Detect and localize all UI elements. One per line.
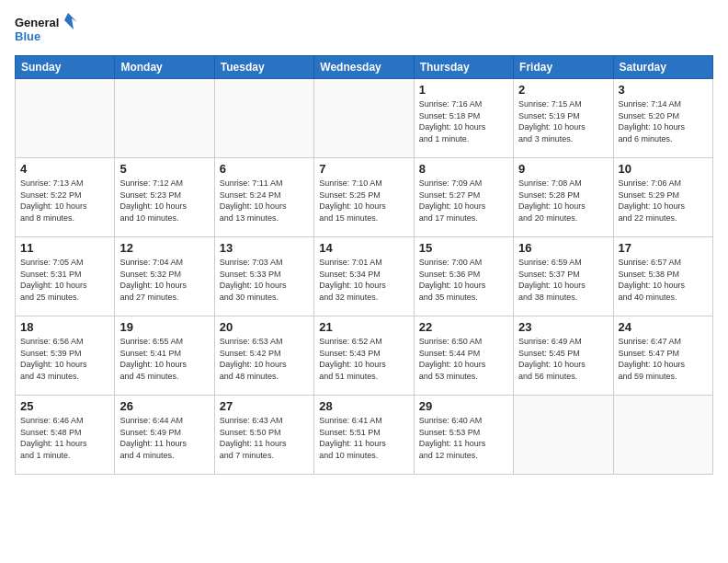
- day-info: Sunrise: 6:56 AM Sunset: 5:39 PM Dayligh…: [20, 336, 109, 382]
- calendar-header-cell: Tuesday: [214, 56, 313, 79]
- day-info: Sunrise: 7:16 AM Sunset: 5:18 PM Dayligh…: [419, 98, 508, 144]
- calendar-cell: 16Sunrise: 6:59 AM Sunset: 5:37 PM Dayli…: [514, 237, 613, 316]
- day-number: 26: [119, 399, 209, 413]
- calendar-week-row: 1Sunrise: 7:16 AM Sunset: 5:18 PM Daylig…: [16, 79, 713, 158]
- day-number: 3: [619, 83, 708, 97]
- day-info: Sunrise: 7:13 AM Sunset: 5:22 PM Dayligh…: [20, 178, 109, 224]
- calendar-cell: 11Sunrise: 7:05 AM Sunset: 5:31 PM Dayli…: [16, 237, 115, 316]
- calendar-cell: 9Sunrise: 7:08 AM Sunset: 5:28 PM Daylig…: [514, 158, 613, 237]
- day-number: 2: [518, 83, 608, 97]
- calendar-cell: [16, 79, 115, 158]
- calendar-cell: 25Sunrise: 6:46 AM Sunset: 5:48 PM Dayli…: [16, 396, 115, 475]
- calendar-cell: 18Sunrise: 6:56 AM Sunset: 5:39 PM Dayli…: [16, 316, 115, 396]
- day-number: 9: [518, 162, 608, 176]
- day-info: Sunrise: 6:59 AM Sunset: 5:37 PM Dayligh…: [518, 257, 608, 303]
- calendar-cell: 22Sunrise: 6:50 AM Sunset: 5:44 PM Dayli…: [414, 316, 513, 396]
- calendar-cell: 21Sunrise: 6:52 AM Sunset: 5:43 PM Dayli…: [314, 316, 414, 396]
- day-number: 13: [220, 241, 309, 255]
- day-number: 24: [619, 320, 708, 334]
- day-number: 7: [319, 162, 408, 176]
- calendar-cell: 1Sunrise: 7:16 AM Sunset: 5:18 PM Daylig…: [414, 79, 513, 158]
- calendar-cell: [514, 396, 613, 475]
- day-number: 1: [419, 83, 508, 97]
- day-number: 17: [619, 241, 708, 255]
- day-info: Sunrise: 6:44 AM Sunset: 5:49 PM Dayligh…: [119, 415, 209, 461]
- day-info: Sunrise: 7:00 AM Sunset: 5:36 PM Dayligh…: [419, 257, 508, 303]
- calendar-cell: 2Sunrise: 7:15 AM Sunset: 5:19 PM Daylig…: [514, 79, 613, 158]
- calendar-cell: 12Sunrise: 7:04 AM Sunset: 5:32 PM Dayli…: [115, 237, 214, 316]
- day-info: Sunrise: 7:15 AM Sunset: 5:19 PM Dayligh…: [518, 98, 608, 144]
- day-info: Sunrise: 7:11 AM Sunset: 5:24 PM Dayligh…: [220, 178, 309, 224]
- calendar-cell: 3Sunrise: 7:14 AM Sunset: 5:20 PM Daylig…: [613, 79, 712, 158]
- day-info: Sunrise: 6:47 AM Sunset: 5:47 PM Dayligh…: [619, 336, 708, 382]
- day-info: Sunrise: 6:40 AM Sunset: 5:53 PM Dayligh…: [419, 415, 508, 461]
- calendar-cell: 14Sunrise: 7:01 AM Sunset: 5:34 PM Dayli…: [314, 237, 414, 316]
- day-info: Sunrise: 7:06 AM Sunset: 5:29 PM Dayligh…: [619, 178, 708, 224]
- day-number: 22: [419, 320, 508, 334]
- calendar-cell: 17Sunrise: 6:57 AM Sunset: 5:38 PM Dayli…: [613, 237, 712, 316]
- day-info: Sunrise: 6:53 AM Sunset: 5:42 PM Dayligh…: [220, 336, 309, 382]
- calendar-cell: 26Sunrise: 6:44 AM Sunset: 5:49 PM Dayli…: [115, 396, 214, 475]
- calendar-body: 1Sunrise: 7:16 AM Sunset: 5:18 PM Daylig…: [16, 79, 713, 475]
- day-info: Sunrise: 7:12 AM Sunset: 5:23 PM Dayligh…: [119, 178, 209, 224]
- day-number: 4: [20, 162, 109, 176]
- svg-text:Blue: Blue: [15, 29, 40, 43]
- day-info: Sunrise: 7:08 AM Sunset: 5:28 PM Dayligh…: [518, 178, 608, 224]
- day-number: 19: [119, 320, 209, 334]
- day-info: Sunrise: 7:05 AM Sunset: 5:31 PM Dayligh…: [20, 257, 109, 303]
- day-info: Sunrise: 7:09 AM Sunset: 5:27 PM Dayligh…: [419, 178, 508, 224]
- day-info: Sunrise: 6:46 AM Sunset: 5:48 PM Dayligh…: [20, 415, 109, 461]
- day-info: Sunrise: 6:41 AM Sunset: 5:51 PM Dayligh…: [319, 415, 408, 461]
- logo-svg: General Blue: [15, 11, 79, 48]
- calendar-header-cell: Sunday: [16, 56, 115, 79]
- day-number: 28: [319, 399, 408, 413]
- day-number: 25: [20, 399, 109, 413]
- calendar-header-cell: Monday: [115, 56, 214, 79]
- day-number: 14: [319, 241, 408, 255]
- day-number: 12: [119, 241, 209, 255]
- calendar-header-cell: Saturday: [613, 56, 712, 79]
- calendar-week-row: 4Sunrise: 7:13 AM Sunset: 5:22 PM Daylig…: [16, 158, 713, 237]
- day-info: Sunrise: 7:10 AM Sunset: 5:25 PM Dayligh…: [319, 178, 408, 224]
- day-info: Sunrise: 7:01 AM Sunset: 5:34 PM Dayligh…: [319, 257, 408, 303]
- day-number: 16: [518, 241, 608, 255]
- calendar-week-row: 11Sunrise: 7:05 AM Sunset: 5:31 PM Dayli…: [16, 237, 713, 316]
- calendar-cell: 6Sunrise: 7:11 AM Sunset: 5:24 PM Daylig…: [214, 158, 313, 237]
- logo: General Blue: [15, 11, 79, 48]
- calendar-cell: 13Sunrise: 7:03 AM Sunset: 5:33 PM Dayli…: [214, 237, 313, 316]
- day-number: 15: [419, 241, 508, 255]
- calendar-cell: [314, 79, 414, 158]
- day-number: 8: [419, 162, 508, 176]
- calendar-cell: 24Sunrise: 6:47 AM Sunset: 5:47 PM Dayli…: [613, 316, 712, 396]
- calendar-week-row: 18Sunrise: 6:56 AM Sunset: 5:39 PM Dayli…: [16, 316, 713, 396]
- calendar-cell: 23Sunrise: 6:49 AM Sunset: 5:45 PM Dayli…: [514, 316, 613, 396]
- day-number: 21: [319, 320, 408, 334]
- day-number: 27: [220, 399, 309, 413]
- svg-text:General: General: [15, 16, 59, 29]
- calendar-header-row: SundayMondayTuesdayWednesdayThursdayFrid…: [16, 56, 713, 79]
- day-info: Sunrise: 6:55 AM Sunset: 5:41 PM Dayligh…: [119, 336, 209, 382]
- calendar-cell: 8Sunrise: 7:09 AM Sunset: 5:27 PM Daylig…: [414, 158, 513, 237]
- calendar-cell: 5Sunrise: 7:12 AM Sunset: 5:23 PM Daylig…: [115, 158, 214, 237]
- day-number: 11: [20, 241, 109, 255]
- day-number: 20: [220, 320, 309, 334]
- day-info: Sunrise: 7:03 AM Sunset: 5:33 PM Dayligh…: [220, 257, 309, 303]
- svg-marker-2: [64, 13, 77, 29]
- day-number: 23: [518, 320, 608, 334]
- calendar-cell: [115, 79, 214, 158]
- calendar-cell: 10Sunrise: 7:06 AM Sunset: 5:29 PM Dayli…: [613, 158, 712, 237]
- page-header: General Blue: [15, 11, 713, 48]
- calendar-table: SundayMondayTuesdayWednesdayThursdayFrid…: [15, 55, 713, 475]
- day-number: 6: [220, 162, 309, 176]
- calendar-cell: 7Sunrise: 7:10 AM Sunset: 5:25 PM Daylig…: [314, 158, 414, 237]
- calendar-week-row: 25Sunrise: 6:46 AM Sunset: 5:48 PM Dayli…: [16, 396, 713, 475]
- day-number: 10: [619, 162, 708, 176]
- day-number: 5: [119, 162, 209, 176]
- calendar-cell: 19Sunrise: 6:55 AM Sunset: 5:41 PM Dayli…: [115, 316, 214, 396]
- calendar-cell: 15Sunrise: 7:00 AM Sunset: 5:36 PM Dayli…: [414, 237, 513, 316]
- calendar-cell: 20Sunrise: 6:53 AM Sunset: 5:42 PM Dayli…: [214, 316, 313, 396]
- calendar-header-cell: Wednesday: [314, 56, 414, 79]
- day-info: Sunrise: 7:04 AM Sunset: 5:32 PM Dayligh…: [119, 257, 209, 303]
- day-info: Sunrise: 6:50 AM Sunset: 5:44 PM Dayligh…: [419, 336, 508, 382]
- calendar-cell: [214, 79, 313, 158]
